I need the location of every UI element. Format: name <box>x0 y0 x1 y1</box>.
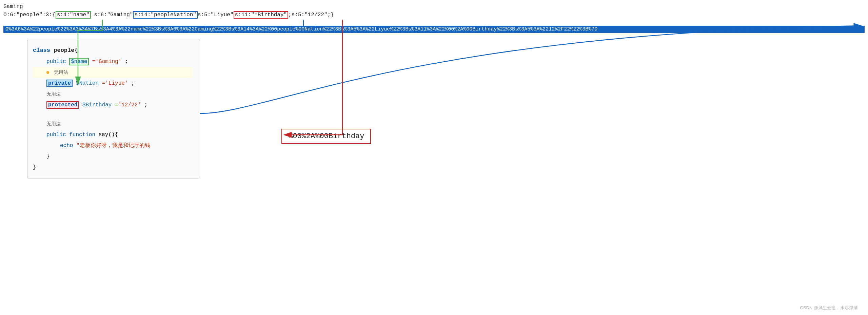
semicolon1: ; <box>125 59 128 65</box>
people-nation-highlight: s:14:"peopleNation" <box>133 11 197 19</box>
close-brace2: } <box>33 162 193 173</box>
name-value: ='Gaming' <box>92 59 121 65</box>
function-keyword: function <box>69 132 95 138</box>
class-line: class people{ <box>33 45 193 56</box>
function-line-block: public function say(){ <box>33 129 193 140</box>
private-line-block: private $Nation ='Liyue' ; <box>33 78 193 89</box>
line2-prefix: O:6:"people":3:{ <box>3 12 56 18</box>
note2-line: 无用法 <box>33 89 193 100</box>
line2: O:6:"people":3:{s:4:"name" s:6:"Gaming"s… <box>3 11 334 19</box>
line1: Gaming <box>3 3 334 11</box>
echo-keyword: echo <box>60 143 73 149</box>
birthday-value: ='12/22' <box>115 102 141 108</box>
protected-line-block: protected $Birthday ='12/22' ; <box>33 100 193 110</box>
public-line-block: public $name ='Gaming' ; <box>33 56 193 67</box>
note2-text: 无用法 <box>46 91 61 97</box>
url-line: O%3A6%3A%22people%22%3A3%3A%7Bs%3A4%3A%2… <box>3 26 865 33</box>
encoded-box: %00%2A%00Birthday <box>281 129 371 144</box>
nation-value: ='Liyue' <box>102 80 128 86</box>
class-keyword: class <box>33 47 50 54</box>
name-var-highlight: $name <box>69 58 89 65</box>
code-box: class people{ public $name ='Gaming' ; 无… <box>27 39 200 178</box>
class-name: people{ <box>54 47 78 54</box>
protected-keyword: protected <box>46 101 79 109</box>
note3-text: 无用法 <box>46 121 61 126</box>
echo-line-block: echo "老板你好呀，我是和记厅的钱 <box>33 140 193 151</box>
birthday-highlight: s:11:"*Birthday" <box>234 11 289 19</box>
public-keyword: public <box>46 59 66 65</box>
watermark: CSDN @风生云逝，水尽潭清 <box>800 305 858 311</box>
line2-mid2: s:5:"Liyue" <box>198 12 234 18</box>
close-brace1: } <box>33 151 193 162</box>
note1-line: 无用法 <box>33 67 193 78</box>
public-keyword2: public <box>46 132 66 138</box>
line2-mid1: s:6:"Gaming" <box>91 12 133 18</box>
name-highlight: s:4:"name" <box>56 11 91 19</box>
top-lines: Gaming O:6:"people":3:{s:4:"name" s:6:"G… <box>3 3 334 19</box>
note1-text: 无用法 <box>54 69 68 75</box>
nation-var: $Nation <box>76 80 99 86</box>
private-keyword: private <box>46 80 73 87</box>
note3-line: 无用法 <box>33 119 193 129</box>
note-dot1 <box>46 71 49 74</box>
say-fn: say(){ <box>99 132 118 138</box>
semicolon2: ; <box>131 80 135 86</box>
birthday-var: $Birthday <box>82 102 112 108</box>
semicolon3: ; <box>144 102 147 108</box>
echo-value: "老板你好呀，我是和记厅的钱 <box>76 143 150 149</box>
line2-suffix: ;s:5:"12/22";} <box>288 12 334 18</box>
